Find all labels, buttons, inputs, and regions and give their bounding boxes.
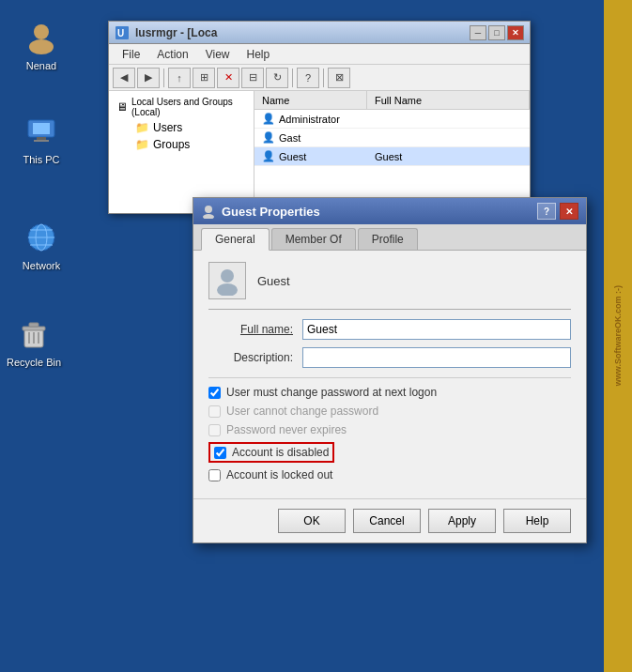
cell-fullname-guest: Guest (367, 151, 530, 162)
menu-view[interactable]: View (198, 46, 238, 63)
full-name-label: Full name: (208, 323, 302, 336)
this-pc-label: This PC (23, 154, 59, 166)
svg-rect-14 (29, 323, 39, 327)
must-change-checkbox[interactable] (208, 387, 221, 399)
svg-point-20 (205, 206, 212, 213)
user-display-name: Guest (257, 274, 290, 288)
cell-name-guest: 👤 Guest (254, 150, 367, 162)
svg-point-23 (217, 283, 238, 296)
toolbar-delete-btn[interactable]: ✕ (217, 68, 239, 88)
never-expires-label: Password never expires (226, 423, 347, 436)
ok-button[interactable]: OK (278, 509, 346, 533)
dialog-titlebar: Guest Properties ? ✕ (193, 198, 586, 224)
toolbar-forward-btn[interactable]: ▶ (137, 68, 160, 88)
tab-general[interactable]: General (201, 228, 270, 251)
cannot-change-checkbox[interactable] (208, 405, 221, 418)
toolbar-props-btn[interactable]: ⊟ (241, 68, 264, 88)
this-pc-icon (23, 113, 60, 150)
lusrmgr-close-btn[interactable]: ✕ (507, 25, 524, 40)
lusrmgr-list: Name Full Name 👤 Administrator 👤 Gast (254, 91, 530, 213)
svg-rect-5 (37, 137, 46, 140)
toolbar-up-btn[interactable]: ↑ (168, 68, 191, 88)
apply-button[interactable]: Apply (428, 509, 496, 533)
lusrmgr-toolbar: ◀ ▶ ↑ ⊞ ✕ ⊟ ↻ ? ⊠ (109, 65, 530, 91)
menu-action[interactable]: Action (149, 46, 195, 63)
desktop-icon-recycle-bin[interactable]: Recycle Bin (0, 315, 68, 369)
svg-point-22 (221, 269, 234, 283)
svg-point-21 (203, 214, 214, 219)
full-name-input[interactable] (302, 319, 571, 340)
tree-groups[interactable]: 📁 Groups (131, 136, 250, 153)
lusrmgr-content: 🖥 Local Users and Groups (Local) 📁 Users… (109, 91, 530, 213)
table-row[interactable]: 👤 Guest Guest (254, 147, 530, 166)
nenad-label: Nenad (26, 60, 56, 72)
cell-name-gast: 👤 Gast (254, 131, 367, 144)
lusrmgr-window-controls: ─ □ ✕ (470, 25, 524, 40)
tree-children: 📁 Users 📁 Groups (113, 119, 250, 153)
tree-users[interactable]: 📁 Users (131, 119, 250, 136)
help-button[interactable]: Help (503, 509, 571, 533)
tree-root-icon: 🖥 (116, 100, 128, 114)
tab-profile[interactable]: Profile (358, 228, 418, 250)
svg-rect-4 (33, 123, 50, 134)
dialog-title-left: Guest Properties (201, 204, 320, 219)
is-disabled-checkbox[interactable] (214, 447, 226, 459)
tree-groups-label: Groups (153, 138, 190, 151)
description-row: Description: (208, 347, 571, 368)
lusrmgr-window-icon: U (115, 25, 130, 40)
nenad-icon (23, 19, 60, 56)
watermark-sidebar: www.SoftwareOK.com :-) (604, 0, 632, 672)
dialog-title-icon (201, 204, 216, 219)
lusrmgr-title-left: U lusrmgr - [Loca (115, 25, 217, 40)
col-header-fullname[interactable]: Full Name (367, 91, 530, 109)
table-row[interactable]: 👤 Administrator (254, 110, 530, 129)
toolbar-back-btn[interactable]: ◀ (113, 68, 135, 88)
watermark-text: www.SoftwareOK.com :-) (613, 285, 623, 386)
toolbar-sep-3 (323, 69, 324, 87)
tree-users-label: Users (153, 121, 182, 134)
dialog-help-btn[interactable]: ? (537, 203, 556, 220)
desktop-icon-nenad[interactable]: Nenad (8, 19, 75, 72)
lusrmgr-window: U lusrmgr - [Loca ─ □ ✕ File Action View… (108, 21, 531, 214)
desktop-icon-this-pc[interactable]: This PC (8, 113, 75, 166)
user-name-administrator: Administrator (279, 114, 340, 125)
cancel-button[interactable]: Cancel (353, 509, 421, 533)
dialog-close-btn[interactable]: ✕ (560, 203, 578, 220)
list-header: Name Full Name (254, 91, 530, 110)
tab-member-of[interactable]: Member Of (271, 228, 356, 250)
user-avatar-icon (212, 266, 242, 296)
locked-out-label: Account is locked out (226, 468, 332, 481)
dialog-title-text: Guest Properties (222, 205, 320, 219)
description-input[interactable] (302, 347, 571, 368)
toolbar-refresh-btn[interactable]: ↻ (266, 68, 288, 88)
description-label: Description: (208, 351, 302, 364)
svg-point-1 (29, 39, 54, 54)
dialog-body: Guest Full name: Description: User must … (193, 251, 586, 498)
user-icon-administrator: 👤 (262, 113, 275, 125)
user-avatar (208, 262, 246, 299)
cannot-change-label: User cannot change password (226, 405, 378, 418)
menu-file[interactable]: File (115, 46, 147, 63)
locked-out-checkbox[interactable] (208, 469, 221, 481)
toolbar-show-btn[interactable]: ⊞ (193, 68, 215, 88)
tree-users-icon: 📁 (135, 121, 149, 134)
checkbox-must-change: User must change password at next logon (208, 386, 571, 399)
toolbar-extra-btn[interactable]: ⊠ (328, 68, 350, 88)
menu-help[interactable]: Help (239, 46, 278, 63)
lusrmgr-tree: 🖥 Local Users and Groups (Local) 📁 Users… (109, 91, 254, 213)
cell-name-administrator: 👤 Administrator (254, 113, 367, 125)
dialog-controls: ? ✕ (537, 203, 578, 220)
lusrmgr-maximize-btn[interactable]: □ (488, 25, 505, 40)
user-icon-gast: 👤 (262, 131, 275, 144)
is-disabled-label: Account is disabled (232, 446, 329, 459)
svg-point-0 (34, 24, 49, 39)
never-expires-checkbox[interactable] (208, 424, 221, 436)
toolbar-help2-btn[interactable]: ? (297, 68, 319, 88)
col-header-name[interactable]: Name (254, 91, 367, 109)
desktop-icon-network[interactable]: Network (8, 219, 75, 272)
table-row[interactable]: 👤 Gast (254, 129, 530, 147)
checkbox-is-disabled: Account is disabled (208, 442, 571, 463)
tree-root[interactable]: 🖥 Local Users and Groups (Local) (113, 95, 250, 119)
dialog-footer: OK Cancel Apply Help (193, 498, 586, 542)
lusrmgr-minimize-btn[interactable]: ─ (470, 25, 486, 40)
